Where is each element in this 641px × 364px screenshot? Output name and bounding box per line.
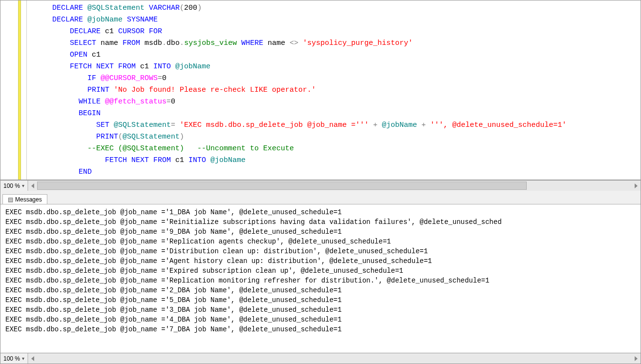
code-line: BEGIN (35, 108, 636, 120)
code-area[interactable]: DECLARE @SQLStatement VARCHAR(200) DECLA… (27, 0, 641, 180)
code-line: DECLARE @jobName SYSNAME (35, 14, 636, 26)
code-line: --EXEC (@SQLStatement) --Uncomment to Ex… (35, 143, 636, 155)
editor-zoom-bar: 100 % ▾ (0, 180, 641, 191)
code-line: SET @SQLStatement= 'EXEC msdb.dbo.sp_del… (35, 120, 636, 131)
editor-zoom-dropdown[interactable]: 100 % ▾ (0, 181, 28, 191)
scroll-left-icon (31, 183, 34, 188)
ssms-window: DECLARE @SQLStatement VARCHAR(200) DECLA… (0, 0, 641, 364)
editor-horizontal-scrollbar[interactable] (28, 181, 641, 191)
results-zoom-dropdown[interactable]: 100 % ▾ (0, 353, 28, 364)
results-zoom-value: 100 % (3, 355, 20, 362)
code-line: END (35, 166, 636, 178)
message-line: EXEC msdb.dbo.sp_delete_job @job_name ='… (5, 324, 636, 334)
scroll-right-icon (635, 183, 638, 188)
message-line: EXEC msdb.dbo.sp_delete_job @job_name ='… (5, 285, 636, 295)
results-zoom-bar: 100 % ▾ (0, 353, 641, 364)
results-tab-row: ▤ Messages (0, 191, 641, 204)
tab-messages[interactable]: ▤ Messages (2, 194, 47, 204)
messages-output[interactable]: EXEC msdb.dbo.sp_delete_job @job_name ='… (0, 204, 641, 353)
code-line: FETCH NEXT FROM c1 INTO @jobName (35, 155, 636, 166)
message-line: EXEC msdb.dbo.sp_delete_job @job_name ='… (5, 227, 636, 237)
message-line: EXEC msdb.dbo.sp_delete_job @job_name ='… (5, 237, 636, 246)
code-line: DECLARE c1 CURSOR FOR (35, 26, 636, 38)
code-line: OPEN c1 (35, 49, 636, 61)
message-line: EXEC msdb.dbo.sp_delete_job @job_name ='… (5, 207, 636, 217)
chevron-down-icon: ▾ (22, 356, 24, 361)
message-line: EXEC msdb.dbo.sp_delete_job @job_name ='… (5, 315, 636, 324)
messages-icon: ▤ (8, 196, 13, 203)
code-line: DECLARE @SQLStatement VARCHAR(200) (35, 2, 636, 14)
scroll-right-icon (635, 356, 638, 361)
code-line: SELECT name FROM msdb.dbo.sysjobs_view W… (35, 38, 636, 49)
change-marker (18, 0, 21, 180)
message-line: EXEC msdb.dbo.sp_delete_job @job_name ='… (5, 295, 636, 305)
tab-messages-label: Messages (15, 196, 42, 203)
editor-gutter (0, 0, 27, 180)
code-line: FETCH NEXT FROM c1 INTO @jobName (35, 61, 636, 73)
chevron-down-icon: ▾ (22, 183, 24, 188)
code-line: PRINT(@SQLStatement) (35, 131, 636, 143)
scroll-left-icon (31, 356, 34, 361)
code-line: IF @@CURSOR_ROWS=0 (35, 73, 636, 84)
code-line: PRINT 'No Job found! Please re-check LIK… (35, 84, 636, 96)
editor-zoom-value: 100 % (3, 182, 20, 189)
message-line: EXEC msdb.dbo.sp_delete_job @job_name ='… (5, 266, 636, 276)
message-line: EXEC msdb.dbo.sp_delete_job @job_name ='… (5, 246, 636, 256)
results-horizontal-scrollbar[interactable] (28, 353, 641, 364)
message-line: EXEC msdb.dbo.sp_delete_job @job_name ='… (5, 217, 636, 227)
message-line: EXEC msdb.dbo.sp_delete_job @job_name ='… (5, 256, 636, 266)
message-line: EXEC msdb.dbo.sp_delete_job @job_name ='… (5, 305, 636, 315)
scroll-thumb[interactable] (37, 182, 527, 190)
message-line: EXEC msdb.dbo.sp_delete_job @job_name ='… (5, 276, 636, 285)
code-line: WHILE @@fetch_status=0 (35, 96, 636, 108)
results-pane: ▤ Messages EXEC msdb.dbo.sp_delete_job @… (0, 191, 641, 364)
sql-editor-pane: DECLARE @SQLStatement VARCHAR(200) DECLA… (0, 0, 641, 180)
